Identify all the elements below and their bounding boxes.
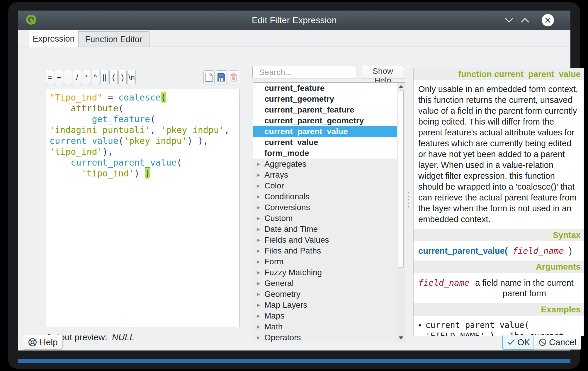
search-input[interactable] <box>259 67 366 77</box>
group-item[interactable]: ▶Custom <box>253 213 397 224</box>
group-item[interactable]: ▶Aggregates <box>253 159 397 169</box>
group-item[interactable]: ▶Arrays <box>253 169 397 180</box>
expand-triangle-icon: ▶ <box>257 237 264 243</box>
output-preview-value: NULL <box>112 332 135 342</box>
cancel-icon <box>538 338 547 346</box>
operator-button[interactable]: ^ <box>91 70 99 85</box>
chevron-up-icon <box>520 17 530 23</box>
operator-button[interactable]: ( <box>109 70 118 85</box>
maximize-button[interactable] <box>518 13 532 27</box>
group-item[interactable]: ▶Map Layers <box>253 299 397 310</box>
group-item[interactable]: ▶Conversions <box>253 202 397 213</box>
operator-button[interactable]: \n <box>128 70 136 85</box>
operator-button[interactable]: - <box>64 70 72 85</box>
operator-button[interactable]: ) <box>118 70 127 85</box>
arguments-header: Arguments <box>414 261 584 273</box>
qgis-logo-icon <box>25 14 38 27</box>
expand-triangle-icon: ▶ <box>257 227 264 232</box>
expand-triangle-icon: ▶ <box>257 313 264 319</box>
cancel-button[interactable]: Cancel <box>533 335 581 350</box>
help-description: Only usable in an embedded form context,… <box>414 80 584 225</box>
function-item[interactable]: form_mode <box>253 148 397 159</box>
tab-bar: Expression Function Editor <box>18 30 570 47</box>
group-item[interactable]: ▶Geometry <box>253 289 397 299</box>
expression-editor[interactable]: "Tipo_ind" = coalesce( attribute( get_fe… <box>46 89 240 327</box>
syntax-line: current_parent_value( field_name ) <box>414 241 584 261</box>
tab-expression-label: Expression <box>33 34 74 44</box>
screen: Edit Filter Expression <box>0 0 588 371</box>
function-item[interactable]: current_parent_value <box>253 126 397 137</box>
save-icon <box>217 73 225 82</box>
syntax-function-name: current_parent_value( <box>418 246 508 256</box>
group-item[interactable]: ▶Files and Paths <box>253 245 397 256</box>
scrollbar-thumb[interactable] <box>398 91 404 268</box>
function-item[interactable]: current_parent_geometry <box>253 115 397 126</box>
close-button[interactable] <box>541 13 555 27</box>
function-search[interactable] <box>252 66 356 79</box>
operator-button[interactable]: || <box>100 70 108 85</box>
group-item[interactable]: ▶Color <box>253 180 397 191</box>
shade-button[interactable] <box>502 13 516 27</box>
background-window-strip <box>18 359 570 363</box>
example-text: current_parent_value( 'FIELD_NAME' ) → T… <box>426 320 581 336</box>
group-item[interactable]: ▶Fuzzy Matching <box>253 267 397 278</box>
expand-triangle-icon: ▶ <box>257 292 264 297</box>
ok-button[interactable]: OK <box>502 335 535 350</box>
expression-file-buttons <box>203 70 239 84</box>
group-item[interactable]: ▶Date and Time <box>253 224 397 234</box>
help-button[interactable]: Help <box>23 335 63 350</box>
group-item[interactable]: ▶Form <box>253 256 397 267</box>
expand-triangle-icon: ▶ <box>257 248 264 253</box>
group-item[interactable]: ▶General <box>253 278 397 289</box>
syntax-argument: field_name <box>508 246 569 256</box>
operator-button[interactable]: / <box>73 70 81 85</box>
chevron-down-icon <box>504 17 514 23</box>
operator-toolbar: =+-/*^||()\n <box>46 70 136 85</box>
expand-triangle-icon: ▶ <box>257 259 264 264</box>
tab-function-editor[interactable]: Function Editor <box>78 31 149 47</box>
new-file-icon <box>205 73 213 82</box>
save-expression-button[interactable] <box>216 70 227 84</box>
lifebuoy-icon <box>28 338 37 347</box>
new-expression-button[interactable] <box>203 70 215 84</box>
delete-expression-button[interactable] <box>228 70 239 84</box>
group-item[interactable]: ▶Math <box>253 321 397 332</box>
group-item[interactable]: ▶Operators <box>253 332 397 342</box>
help-title: function current_parent_value <box>414 68 584 80</box>
expand-triangle-icon: ▶ <box>257 281 264 286</box>
titlebar[interactable]: Edit Filter Expression <box>18 11 570 30</box>
tab-expression[interactable]: Expression <box>29 30 79 47</box>
group-item[interactable]: ▶Maps <box>253 310 397 321</box>
function-item[interactable]: current_feature <box>253 83 397 93</box>
function-item[interactable]: current_parent_feature <box>253 104 397 115</box>
operator-button[interactable]: + <box>55 70 63 85</box>
expand-triangle-icon: ▶ <box>257 172 264 178</box>
bullet-icon: • <box>418 320 422 336</box>
panel-splitter-handle[interactable] <box>408 192 409 209</box>
window-title: Edit Filter Expression <box>18 15 570 25</box>
check-icon <box>507 339 515 346</box>
expand-triangle-icon: ▶ <box>257 324 264 329</box>
trash-icon <box>230 73 237 82</box>
argument-row: field_name a field name in the current p… <box>414 273 584 303</box>
help-button-label: Help <box>40 337 58 347</box>
operator-button[interactable]: = <box>46 70 54 85</box>
scroll-down-arrow[interactable] <box>397 334 405 342</box>
expand-triangle-icon: ▶ <box>257 216 264 221</box>
group-item[interactable]: ▶Fields and Values <box>253 234 397 245</box>
operator-button[interactable]: * <box>82 70 90 85</box>
expression-code: "Tipo_ind" = coalesce( attribute( get_fe… <box>50 92 236 179</box>
scroll-up-arrow[interactable] <box>397 83 405 90</box>
group-item[interactable]: ▶Conditionals <box>253 191 397 202</box>
argument-name: field_name <box>418 278 470 299</box>
function-item[interactable]: current_value <box>253 137 397 148</box>
expand-triangle-icon: ▶ <box>257 205 264 210</box>
show-help-button[interactable]: Show Help <box>362 66 404 79</box>
syntax-header: Syntax <box>414 229 584 241</box>
argument-description: a field name in the current parent form <box>470 278 579 299</box>
function-list[interactable]: current_featurecurrent_geometrycurrent_p… <box>253 82 405 342</box>
expand-triangle-icon: ▶ <box>257 183 264 188</box>
syntax-close-paren: ) <box>569 246 572 256</box>
function-list-scrollbar[interactable] <box>397 83 405 342</box>
function-item[interactable]: current_geometry <box>253 93 397 104</box>
